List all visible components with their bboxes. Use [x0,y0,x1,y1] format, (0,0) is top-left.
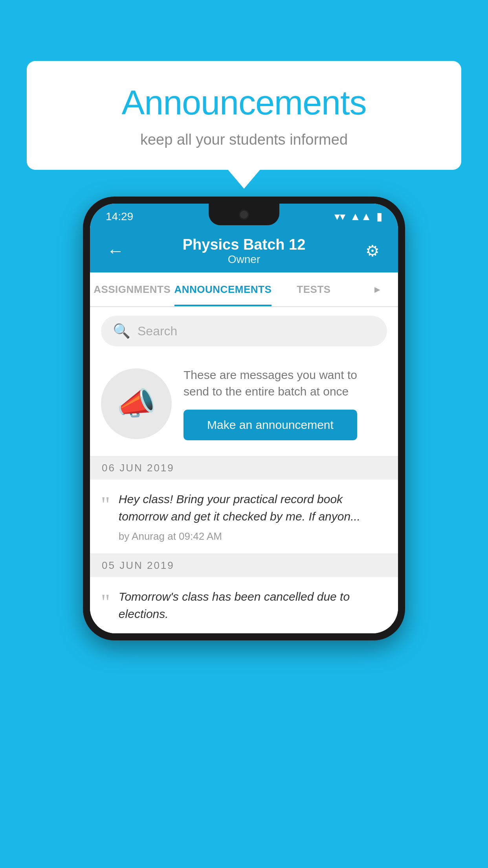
battery-icon: ▮ [376,210,382,223]
speech-bubble-subtitle: keep all your students informed [50,131,438,148]
back-button[interactable]: ← [104,241,127,261]
quote-icon-2: " [101,591,110,622]
app-bar-center: Physics Batch 12 Owner [127,236,361,266]
tab-bar: ASSIGNMENTS ANNOUNCEMENTS TESTS ▸ [90,272,398,307]
date-separator-1: 06 JUN 2019 [90,456,398,480]
quote-icon-1: " [101,494,110,542]
app-bar: ← Physics Batch 12 Owner ⚙ [90,229,398,272]
announcement-item-2: " Tomorrow's class has been cancelled du… [90,577,398,633]
phone-camera [239,210,249,220]
phone-notch [209,204,279,225]
announcement-meta-1: by Anurag at 09:42 AM [119,530,387,542]
announcement-text-wrap-2: Tomorrow's class has been cancelled due … [119,588,387,622]
tab-more[interactable]: ▸ [356,272,398,306]
phone-screen: 14:29 ▾▾ ▲▲ ▮ ← Physics Batch 12 Owner ⚙ [90,204,398,633]
status-icons: ▾▾ ▲▲ ▮ [334,210,382,223]
promo-description: These are messages you want tosend to th… [183,367,357,400]
announcement-text-wrap-1: Hey class! Bring your practical record b… [119,491,387,542]
tab-assignments[interactable]: ASSIGNMENTS [90,272,174,306]
megaphone-icon: 📣 [117,385,156,422]
search-bar[interactable]: 🔍 Search [101,316,387,346]
promo-icon-circle: 📣 [101,368,172,439]
make-announcement-button[interactable]: Make an announcement [183,410,357,440]
tab-tests[interactable]: TESTS [272,272,356,306]
announcement-text-1: Hey class! Bring your practical record b… [119,491,387,525]
date-separator-2: 05 JUN 2019 [90,554,398,577]
phone-wrapper: 14:29 ▾▾ ▲▲ ▮ ← Physics Batch 12 Owner ⚙ [83,197,405,640]
screen-content: 🔍 Search 📣 These are messages you want t… [90,307,398,633]
promo-text-section: These are messages you want tosend to th… [183,367,357,440]
announcement-item-1: " Hey class! Bring your practical record… [90,480,398,554]
settings-button[interactable]: ⚙ [361,242,384,260]
speech-bubble-title: Announcements [50,83,438,123]
wifi-icon: ▾▾ [334,210,345,223]
phone-outer: 14:29 ▾▾ ▲▲ ▮ ← Physics Batch 12 Owner ⚙ [83,197,405,640]
tab-announcements[interactable]: ANNOUNCEMENTS [174,272,272,306]
app-bar-subtitle: Owner [127,253,361,266]
speech-bubble: Announcements keep all your students inf… [27,61,461,170]
app-bar-title: Physics Batch 12 [127,236,361,253]
signal-icon: ▲▲ [350,210,372,223]
search-placeholder: Search [138,324,177,338]
speech-bubble-container: Announcements keep all your students inf… [27,61,461,170]
announcement-text-2: Tomorrow's class has been cancelled due … [119,588,387,622]
status-time: 14:29 [106,210,133,223]
search-icon: 🔍 [113,323,130,339]
promo-section: 📣 These are messages you want tosend to … [90,355,398,456]
